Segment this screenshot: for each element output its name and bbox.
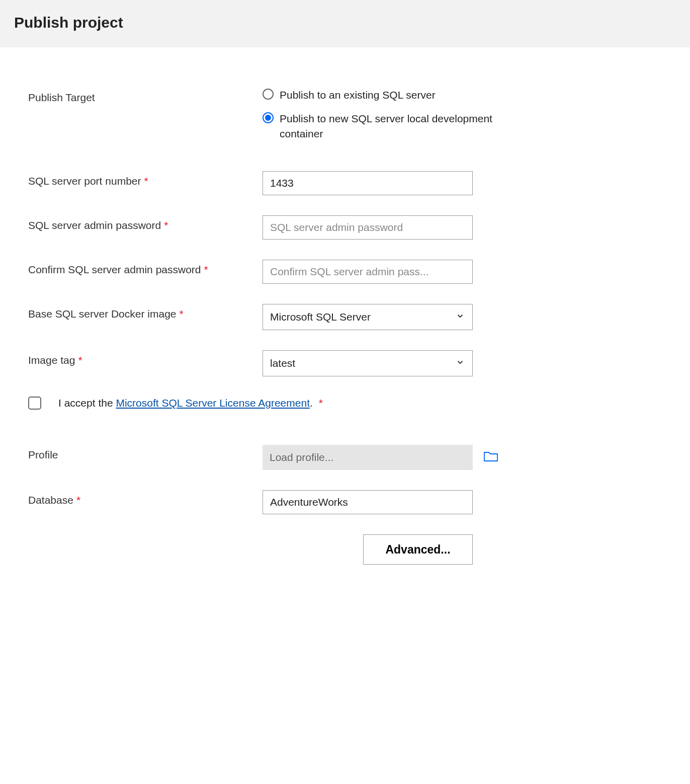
port-row: SQL server port number*: [28, 171, 662, 195]
publish-target-row: Publish Target Publish to an existing SQ…: [28, 88, 662, 141]
profile-label: Profile: [28, 445, 263, 461]
advanced-button[interactable]: Advanced...: [363, 534, 473, 565]
database-row: Database*: [28, 490, 662, 514]
publish-target-radio-group: Publish to an existing SQL server Publis…: [263, 88, 501, 141]
license-checkbox[interactable]: [28, 397, 41, 410]
docker-image-row: Base SQL server Docker image*: [28, 304, 662, 330]
image-tag-row: Image tag*: [28, 350, 662, 376]
confirm-password-row: Confirm SQL server admin password*: [28, 260, 662, 284]
confirm-password-input[interactable]: [263, 260, 473, 284]
docker-image-label: Base SQL server Docker image*: [28, 304, 263, 320]
database-label: Database*: [28, 490, 263, 506]
required-asterisk: *: [180, 308, 184, 320]
required-asterisk: *: [144, 175, 148, 187]
image-tag-select[interactable]: [263, 350, 473, 376]
radio-new-container[interactable]: Publish to new SQL server local developm…: [263, 111, 501, 141]
required-asterisk: *: [164, 219, 168, 231]
radio-existing-label: Publish to an existing SQL server: [280, 88, 436, 102]
port-input[interactable]: [263, 171, 473, 195]
radio-existing-server[interactable]: Publish to an existing SQL server: [263, 88, 501, 102]
license-row: I accept the Microsoft SQL Server Licens…: [28, 397, 662, 410]
database-input[interactable]: [263, 490, 473, 514]
admin-password-input[interactable]: [263, 215, 473, 240]
required-asterisk: *: [78, 354, 82, 366]
required-asterisk: *: [204, 264, 208, 275]
admin-password-label: SQL server admin password*: [28, 215, 263, 231]
radio-circle-icon: [263, 89, 274, 100]
required-asterisk: *: [316, 397, 323, 409]
image-tag-label: Image tag*: [28, 350, 263, 366]
folder-icon[interactable]: [484, 451, 498, 464]
dialog-content: Publish Target Publish to an existing SQ…: [0, 47, 690, 585]
dialog-title: Publish project: [14, 14, 676, 31]
image-tag-value[interactable]: [263, 350, 473, 376]
license-label: I accept the Microsoft SQL Server Licens…: [58, 397, 323, 409]
required-asterisk: *: [76, 494, 80, 506]
license-agreement-link[interactable]: Microsoft SQL Server License Agreement: [116, 397, 310, 409]
port-label: SQL server port number*: [28, 171, 263, 187]
advanced-row: Advanced...: [28, 534, 662, 565]
docker-image-value[interactable]: [263, 304, 473, 330]
admin-password-row: SQL server admin password*: [28, 215, 662, 240]
docker-image-select[interactable]: [263, 304, 473, 330]
publish-target-label: Publish Target: [28, 88, 263, 104]
radio-new-container-label: Publish to new SQL server local developm…: [280, 111, 501, 141]
confirm-password-label: Confirm SQL server admin password*: [28, 260, 263, 276]
radio-circle-selected-icon: [263, 112, 274, 123]
dialog-header: Publish project: [0, 0, 690, 47]
profile-input[interactable]: [263, 445, 473, 470]
profile-row: Profile: [28, 445, 662, 470]
